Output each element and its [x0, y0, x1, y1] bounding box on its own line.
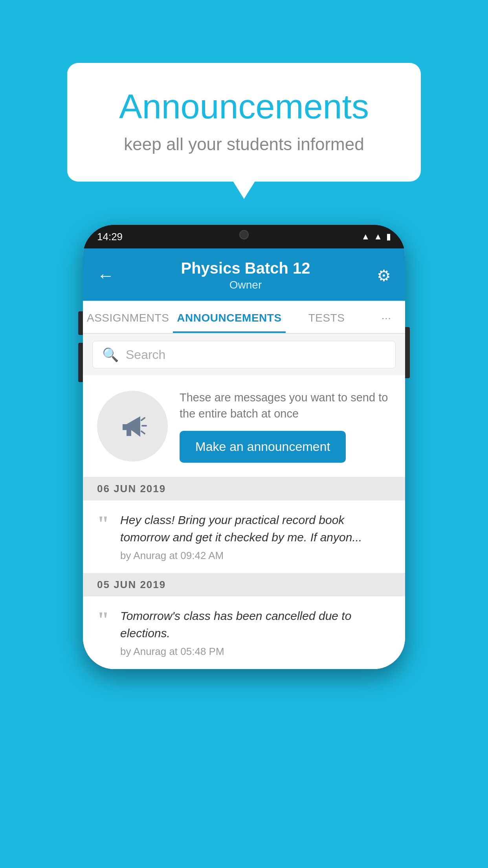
app-header: ← Physics Batch 12 Owner ⚙: [83, 248, 405, 301]
tab-tests[interactable]: TESTS: [286, 301, 368, 333]
search-icon: 🔍: [102, 347, 119, 362]
bubble-title: Announcements: [99, 86, 389, 127]
announcement-meta-2: by Anurag at 05:48 PM: [120, 645, 391, 658]
search-bar-wrapper: 🔍 Search: [83, 334, 405, 375]
announcement-text-1: Hey class! Bring your practical record b…: [120, 511, 391, 546]
header-role-subtitle: Owner: [181, 279, 310, 291]
tab-assignments[interactable]: ASSIGNMENTS: [83, 301, 173, 333]
phone-side-button-volume: [78, 343, 83, 382]
promo-content: These are messages you want to send to t…: [180, 390, 391, 463]
svg-line-0: [141, 418, 145, 420]
phone-screen: ← Physics Batch 12 Owner ⚙ ASSIGNMENTS A…: [83, 248, 405, 669]
announcement-content-1: Hey class! Bring your practical record b…: [120, 511, 391, 562]
announcement-text-2: Tomorrow's class has been cancelled due …: [120, 607, 391, 642]
phone-side-button-top: [78, 311, 83, 335]
header-title-section: Physics Batch 12 Owner: [181, 259, 310, 291]
promo-icon-circle: [97, 391, 168, 462]
quote-icon-2: ": [97, 609, 109, 631]
search-placeholder: Search: [126, 348, 165, 362]
front-camera: [239, 230, 249, 239]
tabs-bar: ASSIGNMENTS ANNOUNCEMENTS TESTS ···: [83, 301, 405, 334]
phone-mockup: 14:29 ▲ ▲ ▮ ← Physics Batch 12 Owner ⚙: [83, 225, 405, 669]
signal-icon: ▲: [374, 232, 382, 242]
announcement-meta-1: by Anurag at 09:42 AM: [120, 550, 391, 562]
announcement-promo-section: These are messages you want to send to t…: [83, 375, 405, 477]
svg-line-2: [141, 431, 145, 434]
make-announcement-button[interactable]: Make an announcement: [180, 431, 346, 463]
battery-icon: ▮: [386, 232, 391, 242]
quote-icon-1: ": [97, 513, 109, 535]
settings-icon[interactable]: ⚙: [377, 267, 391, 285]
speech-bubble-section: Announcements keep all your students inf…: [67, 63, 421, 182]
wifi-icon: ▲: [361, 232, 370, 242]
speech-bubble-card: Announcements keep all your students inf…: [67, 63, 421, 182]
search-bar[interactable]: 🔍 Search: [92, 341, 396, 368]
status-time: 14:29: [97, 231, 123, 243]
phone-frame: 14:29 ▲ ▲ ▮ ← Physics Batch 12 Owner ⚙: [83, 225, 405, 669]
announcement-item-2[interactable]: " Tomorrow's class has been cancelled du…: [83, 596, 405, 669]
header-batch-title: Physics Batch 12: [181, 259, 310, 277]
status-bar: 14:29 ▲ ▲ ▮: [83, 225, 405, 248]
bubble-subtitle: keep all your students informed: [99, 134, 389, 154]
date-separator-2: 05 JUN 2019: [83, 573, 405, 596]
back-button[interactable]: ←: [97, 266, 114, 285]
date-separator-1: 06 JUN 2019: [83, 477, 405, 500]
megaphone-icon: [115, 408, 150, 444]
status-icons: ▲ ▲ ▮: [361, 232, 391, 242]
phone-side-button-power: [405, 327, 410, 378]
announcement-item-1[interactable]: " Hey class! Bring your practical record…: [83, 500, 405, 573]
promo-description: These are messages you want to send to t…: [180, 390, 391, 421]
tab-more[interactable]: ···: [367, 301, 405, 333]
announcement-content-2: Tomorrow's class has been cancelled due …: [120, 607, 391, 658]
tab-announcements[interactable]: ANNOUNCEMENTS: [173, 301, 285, 333]
phone-notch: [213, 225, 275, 245]
